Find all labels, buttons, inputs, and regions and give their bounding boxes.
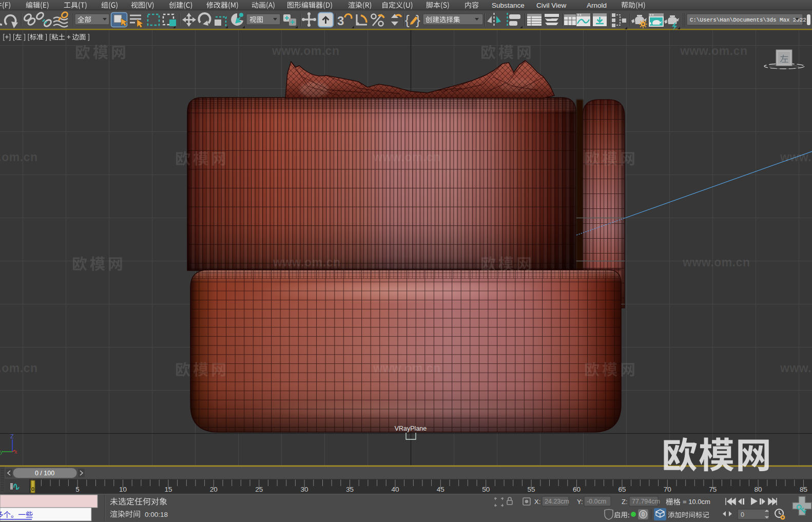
svg-text:{: { <box>405 12 410 28</box>
svg-text:}: } <box>416 12 420 28</box>
svg-text:Substance: Substance <box>492 2 525 9</box>
svg-text:65: 65 <box>618 486 626 493</box>
svg-text:35: 35 <box>346 486 354 493</box>
svg-text:50: 50 <box>482 486 490 493</box>
svg-text:www.om.cn: www.om.cn <box>272 44 339 57</box>
svg-text:30: 30 <box>301 486 308 493</box>
svg-text:Arnold: Arnold <box>587 2 607 9</box>
svg-text:5: 5 <box>75 486 80 493</box>
svg-text:www.om.cn: www.om.cn <box>373 361 440 375</box>
svg-text:www.om.cn: www.om.cn <box>0 150 37 164</box>
svg-text:0: 0 <box>741 511 744 518</box>
svg-text:60: 60 <box>573 486 581 493</box>
svg-text:www.om.cn: www.om.cn <box>780 150 812 164</box>
svg-text:Y:: Y: <box>577 498 583 506</box>
svg-text:55: 55 <box>528 486 535 493</box>
svg-text:3: 3 <box>337 14 344 28</box>
svg-text:y: y <box>0 449 3 455</box>
svg-text:Civil View: Civil View <box>536 2 567 9</box>
svg-text:www.om.cn: www.om.cn <box>680 44 747 57</box>
svg-text:70: 70 <box>664 486 671 493</box>
svg-text:45: 45 <box>437 486 444 493</box>
svg-text:80: 80 <box>755 486 762 493</box>
svg-text:x: x <box>14 449 17 455</box>
svg-text:www.om.cn: www.om.cn <box>682 256 750 269</box>
svg-text:-0.0cm: -0.0cm <box>587 498 606 505</box>
svg-text:0:00:18: 0:00:18 <box>145 511 168 518</box>
svg-text:25: 25 <box>255 486 263 493</box>
svg-text:24.23cm: 24.23cm <box>545 498 569 505</box>
svg-text:www.om.cn: www.om.cn <box>0 361 37 375</box>
svg-text:85: 85 <box>800 486 807 493</box>
svg-text:0 / 100: 0 / 100 <box>35 470 54 477</box>
svg-text:www.om.cn: www.om.cn <box>780 361 812 375</box>
svg-text:75: 75 <box>709 486 717 493</box>
svg-text:77.794cm: 77.794cm <box>632 498 660 505</box>
svg-text:0: 0 <box>642 511 645 517</box>
svg-text:20: 20 <box>210 486 218 493</box>
svg-text:Z:: Z: <box>622 498 628 506</box>
svg-text:10: 10 <box>119 486 127 493</box>
svg-text:= 10.0cm: = 10.0cm <box>683 498 710 506</box>
svg-text:VRayPlane: VRayPlane <box>395 425 427 432</box>
svg-text:15: 15 <box>164 486 172 493</box>
svg-text:C:\Users\Han\Documents\3ds Max: C:\Users\Han\Documents\3ds Max 2022 <box>690 17 806 23</box>
svg-text:40: 40 <box>391 486 399 493</box>
svg-text:0: 0 <box>31 486 34 492</box>
svg-text:www.om.cn: www.om.cn <box>373 150 440 164</box>
svg-text:X:: X: <box>534 498 540 506</box>
svg-text:Z: Z <box>10 433 14 439</box>
svg-text:www.om.cn: www.om.cn <box>273 256 340 269</box>
